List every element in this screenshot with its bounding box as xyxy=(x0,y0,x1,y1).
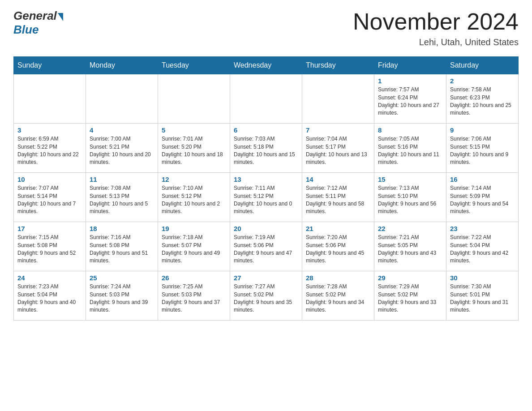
day-info: Sunrise: 7:23 AMSunset: 5:04 PMDaylight:… xyxy=(17,283,82,314)
location: Lehi, Utah, United States xyxy=(353,37,519,47)
day-info: Sunrise: 7:00 AMSunset: 5:21 PMDaylight:… xyxy=(90,135,154,167)
calendar-week-1: 1Sunrise: 7:57 AMSunset: 6:24 PMDaylight… xyxy=(14,74,519,124)
calendar-cell: 30Sunrise: 7:30 AMSunset: 5:01 PMDayligh… xyxy=(446,271,519,321)
calendar-cell: 11Sunrise: 7:08 AMSunset: 5:13 PMDayligh… xyxy=(86,173,158,222)
calendar-cell: 15Sunrise: 7:13 AMSunset: 5:10 PMDayligh… xyxy=(374,173,446,222)
day-number: 10 xyxy=(17,176,82,183)
day-number: 23 xyxy=(450,225,515,232)
calendar-cell: 1Sunrise: 7:57 AMSunset: 6:24 PMDaylight… xyxy=(374,74,446,124)
day-info: Sunrise: 7:06 AMSunset: 5:15 PMDaylight:… xyxy=(450,135,515,167)
calendar-cell: 16Sunrise: 7:14 AMSunset: 5:09 PMDayligh… xyxy=(446,173,519,222)
day-info: Sunrise: 7:20 AMSunset: 5:06 PMDaylight:… xyxy=(306,234,370,265)
weekday-header-wednesday: Wednesday xyxy=(230,57,302,74)
day-number: 4 xyxy=(90,126,154,134)
calendar-week-4: 17Sunrise: 7:15 AMSunset: 5:08 PMDayligh… xyxy=(14,222,519,271)
weekday-header-thursday: Thursday xyxy=(302,57,374,74)
day-info: Sunrise: 7:30 AMSunset: 5:01 PMDaylight:… xyxy=(450,283,515,314)
day-number: 6 xyxy=(234,126,298,134)
calendar-cell xyxy=(14,74,86,124)
day-number: 30 xyxy=(450,274,515,282)
day-info: Sunrise: 7:15 AMSunset: 5:08 PMDaylight:… xyxy=(17,234,82,265)
calendar-cell: 22Sunrise: 7:21 AMSunset: 5:05 PMDayligh… xyxy=(374,222,446,271)
calendar-cell: 9Sunrise: 7:06 AMSunset: 5:15 PMDaylight… xyxy=(446,124,519,173)
calendar-cell: 6Sunrise: 7:03 AMSunset: 5:18 PMDaylight… xyxy=(230,124,302,173)
calendar-cell: 5Sunrise: 7:01 AMSunset: 5:20 PMDaylight… xyxy=(158,124,230,173)
day-info: Sunrise: 7:21 AMSunset: 5:05 PMDaylight:… xyxy=(378,234,442,265)
logo-blue-text: Blue xyxy=(13,23,39,37)
calendar-cell: 21Sunrise: 7:20 AMSunset: 5:06 PMDayligh… xyxy=(302,222,374,271)
day-info: Sunrise: 7:28 AMSunset: 5:02 PMDaylight:… xyxy=(306,283,370,314)
day-number: 17 xyxy=(17,225,82,232)
calendar-cell: 2Sunrise: 7:58 AMSunset: 6:23 PMDaylight… xyxy=(446,74,519,124)
day-number: 26 xyxy=(162,274,226,282)
calendar-cell xyxy=(158,74,230,124)
day-number: 1 xyxy=(378,77,442,85)
day-info: Sunrise: 7:11 AMSunset: 5:12 PMDaylight:… xyxy=(234,184,298,216)
day-info: Sunrise: 7:07 AMSunset: 5:14 PMDaylight:… xyxy=(17,184,82,216)
day-number: 21 xyxy=(306,225,370,232)
calendar-cell: 28Sunrise: 7:28 AMSunset: 5:02 PMDayligh… xyxy=(302,271,374,321)
calendar-cell: 29Sunrise: 7:29 AMSunset: 5:02 PMDayligh… xyxy=(374,271,446,321)
calendar-cell: 14Sunrise: 7:12 AMSunset: 5:11 PMDayligh… xyxy=(302,173,374,222)
day-info: Sunrise: 7:08 AMSunset: 5:13 PMDaylight:… xyxy=(90,184,154,216)
calendar-cell: 24Sunrise: 7:23 AMSunset: 5:04 PMDayligh… xyxy=(14,271,86,321)
calendar-cell: 17Sunrise: 7:15 AMSunset: 5:08 PMDayligh… xyxy=(14,222,86,271)
day-info: Sunrise: 7:57 AMSunset: 6:24 PMDaylight:… xyxy=(378,86,442,117)
calendar-cell: 3Sunrise: 6:59 AMSunset: 5:22 PMDaylight… xyxy=(14,124,86,173)
calendar-cell: 19Sunrise: 7:18 AMSunset: 5:07 PMDayligh… xyxy=(158,222,230,271)
calendar-cell: 20Sunrise: 7:19 AMSunset: 5:06 PMDayligh… xyxy=(230,222,302,271)
calendar-cell: 26Sunrise: 7:25 AMSunset: 5:03 PMDayligh… xyxy=(158,271,230,321)
calendar-week-5: 24Sunrise: 7:23 AMSunset: 5:04 PMDayligh… xyxy=(14,271,519,321)
calendar-cell: 8Sunrise: 7:05 AMSunset: 5:16 PMDaylight… xyxy=(374,124,446,173)
calendar-cell: 10Sunrise: 7:07 AMSunset: 5:14 PMDayligh… xyxy=(14,173,86,222)
day-number: 14 xyxy=(306,176,370,183)
day-info: Sunrise: 7:18 AMSunset: 5:07 PMDaylight:… xyxy=(162,234,226,265)
day-info: Sunrise: 7:29 AMSunset: 5:02 PMDaylight:… xyxy=(378,283,442,314)
day-number: 24 xyxy=(17,274,82,282)
weekday-header-row: SundayMondayTuesdayWednesdayThursdayFrid… xyxy=(14,57,519,74)
calendar-cell: 23Sunrise: 7:22 AMSunset: 5:04 PMDayligh… xyxy=(446,222,519,271)
weekday-header-sunday: Sunday xyxy=(14,57,86,74)
weekday-header-monday: Monday xyxy=(86,57,158,74)
day-info: Sunrise: 7:25 AMSunset: 5:03 PMDaylight:… xyxy=(162,283,226,314)
day-info: Sunrise: 7:16 AMSunset: 5:08 PMDaylight:… xyxy=(90,234,154,265)
day-info: Sunrise: 7:58 AMSunset: 6:23 PMDaylight:… xyxy=(450,86,515,117)
day-info: Sunrise: 7:22 AMSunset: 5:04 PMDaylight:… xyxy=(450,234,515,265)
calendar-cell: 4Sunrise: 7:00 AMSunset: 5:21 PMDaylight… xyxy=(86,124,158,173)
day-number: 29 xyxy=(378,274,442,282)
day-info: Sunrise: 7:13 AMSunset: 5:10 PMDaylight:… xyxy=(378,184,442,216)
day-number: 11 xyxy=(90,176,154,183)
calendar-table: SundayMondayTuesdayWednesdayThursdayFrid… xyxy=(13,56,519,321)
day-info: Sunrise: 7:10 AMSunset: 5:12 PMDaylight:… xyxy=(162,184,226,216)
day-info: Sunrise: 7:24 AMSunset: 5:03 PMDaylight:… xyxy=(90,283,154,314)
weekday-header-saturday: Saturday xyxy=(446,57,519,74)
day-info: Sunrise: 7:04 AMSunset: 5:17 PMDaylight:… xyxy=(306,135,370,167)
day-number: 18 xyxy=(90,225,154,232)
day-info: Sunrise: 7:27 AMSunset: 5:02 PMDaylight:… xyxy=(234,283,298,314)
logo-general-text: General xyxy=(13,9,57,23)
day-number: 25 xyxy=(90,274,154,282)
day-number: 22 xyxy=(378,225,442,232)
logo: General Blue xyxy=(13,9,63,37)
day-number: 8 xyxy=(378,126,442,134)
calendar-week-2: 3Sunrise: 6:59 AMSunset: 5:22 PMDaylight… xyxy=(14,124,519,173)
month-title: November 2024 xyxy=(353,9,519,34)
day-info: Sunrise: 6:59 AMSunset: 5:22 PMDaylight:… xyxy=(17,135,82,167)
day-number: 28 xyxy=(306,274,370,282)
calendar-week-3: 10Sunrise: 7:07 AMSunset: 5:14 PMDayligh… xyxy=(14,173,519,222)
day-number: 12 xyxy=(162,176,226,183)
day-number: 3 xyxy=(17,126,82,134)
logo-arrow-icon xyxy=(58,13,63,21)
calendar-cell: 12Sunrise: 7:10 AMSunset: 5:12 PMDayligh… xyxy=(158,173,230,222)
calendar-cell xyxy=(230,74,302,124)
calendar-cell: 18Sunrise: 7:16 AMSunset: 5:08 PMDayligh… xyxy=(86,222,158,271)
calendar-cell: 13Sunrise: 7:11 AMSunset: 5:12 PMDayligh… xyxy=(230,173,302,222)
day-number: 19 xyxy=(162,225,226,232)
day-number: 16 xyxy=(450,176,515,183)
day-number: 7 xyxy=(306,126,370,134)
day-number: 27 xyxy=(234,274,298,282)
day-info: Sunrise: 7:14 AMSunset: 5:09 PMDaylight:… xyxy=(450,184,515,216)
day-number: 5 xyxy=(162,126,226,134)
calendar-cell: 7Sunrise: 7:04 AMSunset: 5:17 PMDaylight… xyxy=(302,124,374,173)
day-number: 2 xyxy=(450,77,515,85)
